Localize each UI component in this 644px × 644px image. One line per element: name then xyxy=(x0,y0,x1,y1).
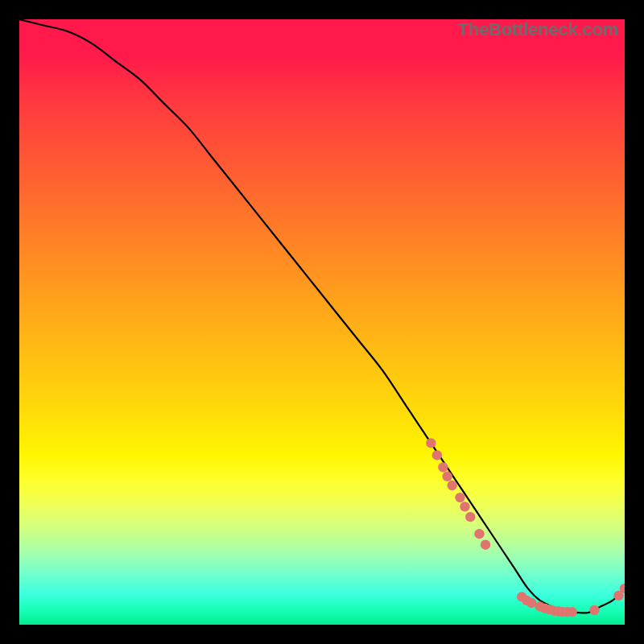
plot-area: TheBottleneck.com xyxy=(19,19,625,625)
scatter-points-group xyxy=(426,438,625,617)
scatter-point xyxy=(455,493,464,502)
chart-stage: TheBottleneck.com xyxy=(0,0,644,644)
scatter-point xyxy=(426,438,436,448)
scatter-point xyxy=(438,462,448,472)
scatter-point xyxy=(447,481,456,490)
scatter-point xyxy=(474,529,484,539)
bottleneck-curve-path xyxy=(19,19,625,613)
scatter-point xyxy=(432,450,442,460)
chart-svg xyxy=(19,19,625,625)
scatter-point xyxy=(460,502,469,511)
scatter-point xyxy=(481,540,490,550)
scatter-point xyxy=(442,472,452,481)
scatter-point xyxy=(589,605,599,615)
scatter-point xyxy=(465,512,475,522)
scatter-point xyxy=(567,607,576,617)
